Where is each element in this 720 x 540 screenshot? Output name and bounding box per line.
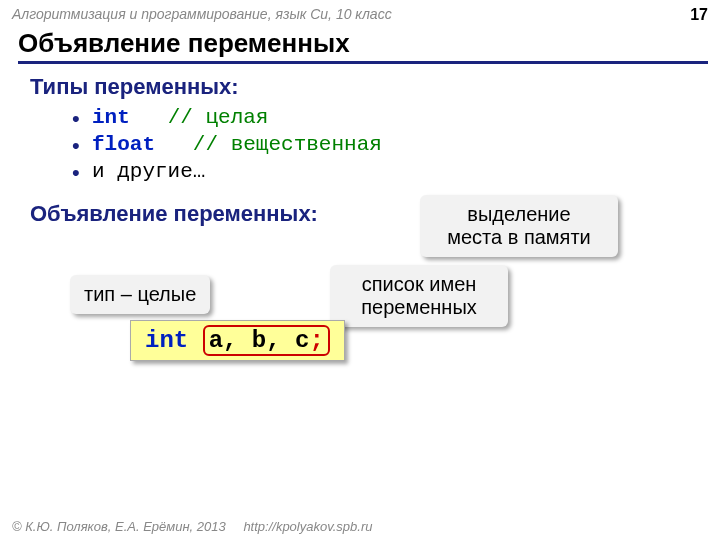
code-keyword: int [145,327,188,354]
comment: // целая [168,106,269,129]
comment: // вещественная [193,133,382,156]
list-item: и другие… [92,160,690,183]
footer-url: http://kpolyakov.spb.ru [243,519,372,534]
list-item: int // целая [92,106,690,129]
course-label: Алгоритмизация и программирование, язык … [12,6,392,24]
copyright: © К.Ю. Поляков, Е.А. Ерёмин, 2013 [12,519,226,534]
page-number: 17 [690,6,708,24]
keyword-float: float [92,133,155,156]
type-list: int // целая float // вещественная и дру… [52,106,690,183]
code-variables: a, b, c; [203,325,330,356]
section-types: Типы переменных: [30,74,690,100]
callout-memory: выделение места в памяти [420,195,618,257]
callout-names: список имен переменных [330,265,508,327]
header-bar: Алгоритмизация и программирование, язык … [0,0,720,26]
keyword-int: int [92,106,130,129]
list-item: float // вещественная [92,133,690,156]
page-title: Объявление переменных [18,28,708,64]
footer: © К.Ю. Поляков, Е.А. Ерёмин, 2013 http:/… [12,519,372,534]
code-example: int a, b, c; [130,320,345,361]
callout-type: тип – целые [70,275,210,314]
